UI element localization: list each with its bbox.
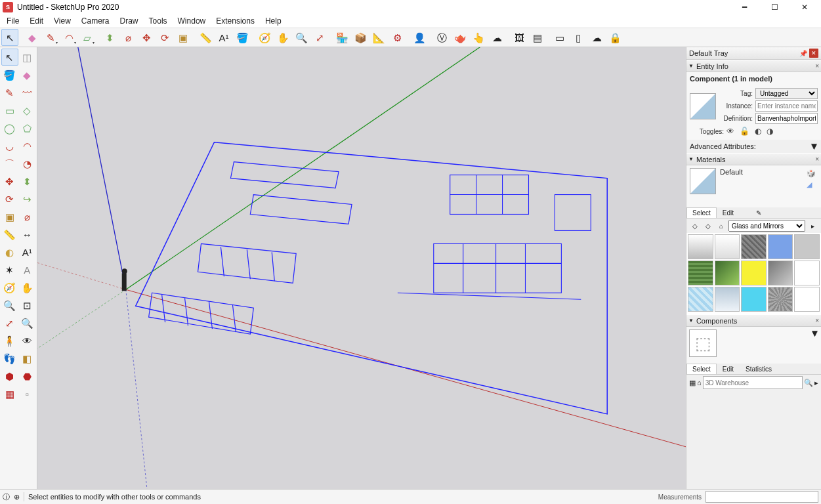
lt-pushpull[interactable]: ⬍: [19, 173, 36, 190]
batch-render-icon[interactable]: ☁: [588, 29, 605, 46]
menu-extensions[interactable]: Extensions: [211, 15, 260, 27]
shape-tool[interactable]: ▱▾: [79, 29, 96, 46]
lt-walk[interactable]: 👣: [1, 350, 18, 367]
expand-icon[interactable]: ⯆: [810, 142, 818, 150]
material-tile[interactable]: [688, 234, 713, 259]
lt-2pt-arc[interactable]: ◠: [19, 137, 36, 154]
layout-button[interactable]: 📐: [370, 29, 387, 46]
lt-zoom-extents[interactable]: ⤢: [1, 314, 18, 331]
tray-close-icon[interactable]: ✕: [809, 49, 818, 58]
menu-view[interactable]: View: [49, 15, 76, 27]
lt-ext4[interactable]: ▫: [19, 385, 36, 402]
materials-tab-edit[interactable]: Edit: [717, 207, 740, 218]
components-tab-stats[interactable]: Statistics: [740, 364, 778, 374]
comp-menu-icon[interactable]: ▸: [814, 379, 818, 387]
definition-input[interactable]: [755, 113, 818, 124]
warehouse-search-input[interactable]: [703, 376, 803, 389]
text-tool[interactable]: A¹: [215, 29, 232, 46]
rotate-tool[interactable]: ⟳: [156, 29, 173, 46]
instance-input[interactable]: [755, 100, 818, 112]
cloud-render-icon[interactable]: ☁: [488, 29, 505, 46]
material-tile[interactable]: [715, 261, 740, 285]
comp-view-icon[interactable]: ▦: [689, 379, 696, 387]
mat-menu-icon[interactable]: ▸: [807, 220, 818, 232]
material-tile[interactable]: [715, 287, 740, 312]
lt-followme[interactable]: ↪: [19, 190, 36, 207]
warehouse-button[interactable]: 🏪: [333, 29, 350, 46]
viewport-1-icon[interactable]: ▭: [551, 29, 568, 46]
default-material-icon[interactable]: ◢: [807, 180, 816, 189]
line-tool[interactable]: ✎▾: [42, 29, 59, 46]
menu-draw[interactable]: Draw: [115, 15, 144, 27]
lt-rotate[interactable]: ⟳: [1, 190, 18, 207]
tag-select[interactable]: Untagged: [755, 88, 818, 99]
menu-tools[interactable]: Tools: [144, 15, 173, 27]
materials-header[interactable]: ▼Materials×: [686, 153, 821, 165]
components-close-icon[interactable]: ×: [815, 317, 819, 324]
offset-tool[interactable]: ⌀: [119, 29, 137, 46]
menu-camera[interactable]: Camera: [76, 15, 115, 27]
measurements-input[interactable]: [705, 491, 818, 503]
maximize-button[interactable]: ☐: [759, 0, 789, 14]
lt-ext2[interactable]: ⬣: [19, 368, 36, 385]
material-tile[interactable]: [794, 234, 820, 259]
toggle-visible-icon[interactable]: 👁: [726, 127, 734, 136]
mat-fwd-icon[interactable]: ◇: [702, 220, 714, 232]
lt-3dtext[interactable]: A: [19, 261, 36, 278]
lt-rectangle[interactable]: ▭: [1, 102, 18, 119]
lt-circle[interactable]: ◯: [1, 119, 18, 136]
geo-icon[interactable]: ⊕: [14, 493, 20, 501]
lt-line[interactable]: ✎: [1, 84, 18, 101]
asset-editor-icon[interactable]: ▤: [529, 29, 546, 46]
create-material-icon[interactable]: 🎲: [807, 169, 816, 178]
lt-paint[interactable]: 🪣: [1, 66, 18, 83]
current-material-swatch[interactable]: [690, 168, 716, 194]
entity-close-icon[interactable]: ×: [815, 62, 819, 70]
lt-make-component[interactable]: ◫: [19, 49, 36, 66]
lt-text[interactable]: A¹: [19, 243, 36, 261]
menu-edit[interactable]: Edit: [24, 15, 49, 27]
lt-pan[interactable]: ✋: [19, 279, 36, 296]
lt-offset[interactable]: ⌀: [19, 208, 36, 225]
material-tile[interactable]: [715, 234, 740, 259]
viewport-2-icon[interactable]: ▯: [570, 29, 587, 46]
lt-ext1[interactable]: ⬢: [1, 368, 18, 385]
lt-freehand[interactable]: 〰: [19, 84, 36, 101]
extension-warehouse-button[interactable]: 📦: [352, 29, 369, 46]
menu-window[interactable]: Window: [173, 15, 211, 27]
mat-back-icon[interactable]: ◇: [689, 220, 701, 232]
component-expand-icon[interactable]: ⯆: [811, 329, 818, 361]
components-header[interactable]: ▼Components×: [686, 314, 821, 327]
menu-file[interactable]: File: [1, 15, 24, 27]
materials-close-icon[interactable]: ×: [815, 156, 819, 163]
teapot-icon[interactable]: 🫖: [452, 29, 469, 46]
material-tile[interactable]: [688, 261, 713, 285]
pan-tool[interactable]: ✋: [274, 29, 291, 46]
user-button[interactable]: 👤: [411, 29, 428, 46]
toggle-unlock-icon[interactable]: 🔓: [740, 127, 749, 136]
lock-icon[interactable]: 🔒: [606, 29, 623, 46]
material-tile[interactable]: [794, 261, 820, 285]
move-tool[interactable]: ✥: [138, 29, 155, 46]
material-tile[interactable]: [741, 287, 767, 312]
toggle-cast-icon[interactable]: ◑: [767, 127, 773, 136]
lt-previous[interactable]: 🔍: [19, 314, 36, 331]
entity-info-header[interactable]: ▼Entity Info×: [686, 60, 821, 72]
materials-tab-select[interactable]: Select: [686, 207, 717, 218]
lt-arc[interactable]: ◡: [1, 137, 18, 154]
framebuffer-icon[interactable]: 🖼: [511, 29, 528, 46]
components-tab-select[interactable]: Select: [686, 364, 717, 374]
comp-home-icon[interactable]: ⌂: [697, 379, 702, 387]
help-icon[interactable]: ⓘ: [3, 492, 10, 502]
minimize-button[interactable]: ━: [729, 0, 759, 14]
lt-select[interactable]: ↖: [1, 49, 18, 66]
lt-pie[interactable]: ◔: [19, 155, 36, 172]
lt-dimension[interactable]: ↔: [19, 226, 36, 243]
material-tile[interactable]: [741, 261, 767, 285]
lt-polygon[interactable]: ⬠: [19, 119, 36, 136]
lt-look-around[interactable]: 👁: [19, 332, 36, 349]
vray-button[interactable]: Ⓥ: [433, 29, 450, 46]
zoom-extents-tool[interactable]: ⤢: [311, 29, 328, 46]
toggle-shadow-icon[interactable]: ◐: [755, 127, 761, 136]
pin-icon[interactable]: 📌: [799, 50, 807, 57]
